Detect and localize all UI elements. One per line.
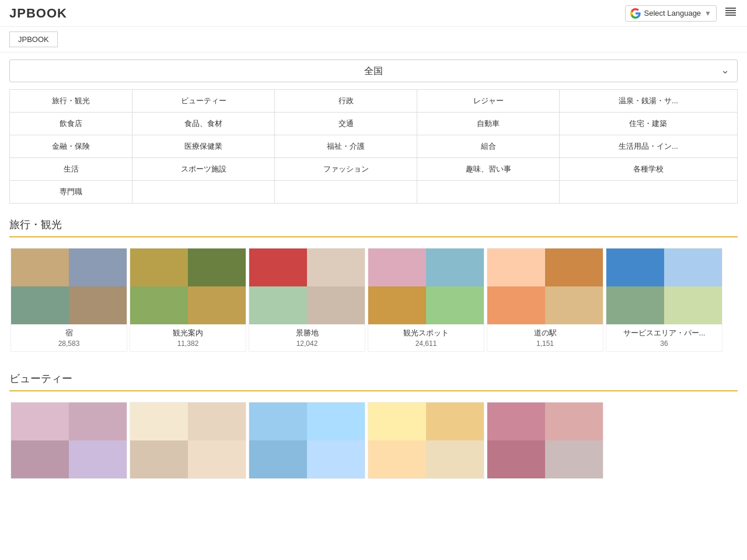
card-image-block (368, 249, 426, 286)
card-count: 28,583 (11, 340, 127, 351)
card-count: 12,042 (249, 340, 365, 351)
category-cell[interactable]: 組合 (417, 135, 560, 158)
beauty-card-image-block (11, 440, 69, 478)
travel-card[interactable]: 観光案内11,382 (130, 248, 246, 352)
card-image-block (130, 286, 188, 324)
card-image-block (69, 249, 127, 286)
card-image-block (606, 249, 664, 286)
hamburger-list-icon (724, 5, 738, 19)
category-cell[interactable]: 金融・保険 (10, 135, 132, 158)
card-image-block (69, 286, 127, 324)
card-image-block (545, 249, 603, 286)
region-selector-wrap: 全国北海道東北関東中部近畿中国四国九州沖縄 (9, 60, 738, 82)
category-cell[interactable]: 飲食店 (10, 113, 132, 135)
category-cell[interactable]: 住宅・建築 (559, 113, 737, 135)
travel-section: 旅行・観光 (9, 218, 738, 236)
card-image-block (426, 249, 484, 286)
beauty-card[interactable] (487, 402, 603, 479)
card-image-block (426, 286, 484, 324)
beauty-card-image-block (545, 402, 603, 440)
card-image-block (487, 249, 545, 286)
card-label: 景勝地 (249, 324, 365, 340)
beauty-card[interactable] (130, 402, 246, 479)
card-image (249, 249, 365, 324)
category-cell[interactable]: 食品、食材 (132, 113, 275, 135)
beauty-card-image-block (130, 402, 188, 440)
travel-card[interactable]: 観光スポット24,611 (368, 248, 484, 352)
category-cell[interactable] (417, 181, 560, 204)
card-count: 1,151 (487, 340, 603, 351)
nav-tab-jpbook[interactable]: JPBOOK (9, 32, 58, 47)
category-cell[interactable] (559, 181, 737, 204)
card-label: 宿 (11, 324, 127, 340)
category-cell[interactable]: 各種学校 (559, 158, 737, 181)
category-cell[interactable] (275, 181, 417, 204)
category-cell[interactable]: 生活用品・イン... (559, 135, 737, 158)
category-cell[interactable]: レジャー (417, 90, 560, 113)
logo[interactable]: JPBOOK (9, 6, 67, 21)
card-count: 11,382 (130, 340, 246, 351)
beauty-card-image-block (545, 440, 603, 478)
nav-bar: JPBOOK (0, 27, 747, 52)
region-select-wrapper: 全国北海道東北関東中部近畿中国四国九州沖縄 (9, 60, 738, 82)
card-count: 36 (606, 340, 722, 351)
beauty-section-title: ビューティー (9, 372, 738, 390)
beauty-card-image-block (11, 402, 69, 440)
category-cell[interactable] (132, 181, 275, 204)
beauty-card[interactable] (368, 402, 484, 479)
card-image (130, 249, 246, 324)
card-image-block (307, 249, 365, 286)
category-cell[interactable]: 交通 (275, 113, 417, 135)
category-cell[interactable]: 行政 (275, 90, 417, 113)
card-image-block (249, 249, 307, 286)
category-cell[interactable]: ファッション (275, 158, 417, 181)
beauty-section: ビューティー (9, 372, 738, 390)
card-image-block (606, 286, 664, 324)
beauty-card-image-block (188, 440, 246, 478)
travel-card[interactable]: 景勝地12,042 (249, 248, 365, 352)
travel-card[interactable]: 宿28,583 (11, 248, 127, 352)
card-image-block (130, 249, 188, 286)
beauty-card-image-block (249, 440, 307, 478)
card-image-block (487, 286, 545, 324)
card-image-block (188, 249, 246, 286)
beauty-card-image-block (426, 402, 484, 440)
card-image (368, 249, 484, 324)
category-cell[interactable]: 福祉・介護 (275, 135, 417, 158)
language-selector[interactable]: Select Language ▼ (625, 5, 717, 22)
category-cell[interactable]: 自動車 (417, 113, 560, 135)
card-label: 道の駅 (487, 324, 603, 340)
card-image (606, 249, 722, 324)
beauty-card[interactable] (249, 402, 365, 479)
beauty-card-image-block (487, 440, 545, 478)
category-grid: 旅行・観光ビューティー行政レジャー温泉・銭湯・サ...飲食店食品、食材交通自動車… (9, 89, 738, 204)
category-cell[interactable]: 専門職 (10, 181, 132, 204)
category-cell[interactable]: 医療保健業 (132, 135, 275, 158)
category-cell[interactable]: 温泉・銭湯・サ... (559, 90, 737, 113)
google-icon (630, 8, 641, 19)
list-view-icon[interactable] (724, 5, 738, 22)
card-image (487, 249, 603, 324)
beauty-card-image-block (307, 402, 365, 440)
card-image-block (664, 249, 722, 286)
travel-card[interactable]: サービスエリア・パー...36 (606, 248, 722, 352)
travel-cards-grid: 宿28,583観光案内11,382景勝地12,042観光スポット24,611道の… (9, 247, 738, 353)
region-select[interactable]: 全国北海道東北関東中部近畿中国四国九州沖縄 (9, 60, 738, 82)
card-image (11, 249, 127, 324)
card-image-block (249, 286, 307, 324)
category-cell[interactable]: ビューティー (132, 90, 275, 113)
card-image-block (545, 286, 603, 324)
card-image-block (11, 286, 69, 324)
category-cell[interactable]: 生活 (10, 158, 132, 181)
beauty-cards-grid (9, 401, 738, 480)
language-label: Select Language (644, 9, 701, 18)
beauty-card[interactable] (11, 402, 127, 479)
header: JPBOOK Select Language ▼ (0, 0, 747, 27)
category-cell[interactable]: 旅行・観光 (10, 90, 132, 113)
beauty-card-image-block (249, 402, 307, 440)
beauty-card-image-block (188, 402, 246, 440)
category-cell[interactable]: 趣味、習い事 (417, 158, 560, 181)
category-cell[interactable]: スポーツ施設 (132, 158, 275, 181)
travel-card[interactable]: 道の駅1,151 (487, 248, 603, 352)
beauty-section-divider (9, 390, 738, 391)
